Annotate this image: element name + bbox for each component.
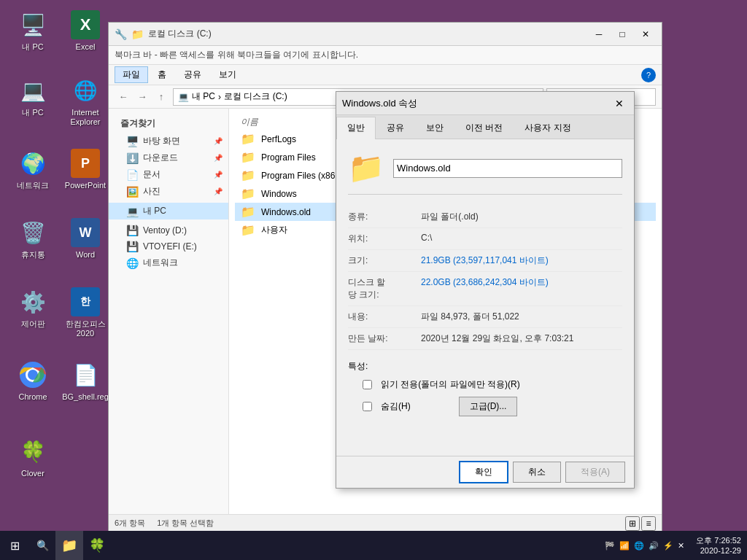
desktop-icon-pc[interactable]: 🖥️ 내 PC <box>7 7 58 55</box>
tab-home[interactable]: 홈 <box>150 66 174 83</box>
size-label: 크기: <box>348 254 421 267</box>
sidebar-item-desktop[interactable]: 🖥️ 바탕 화면 📌 <box>109 133 228 149</box>
tray-bluetooth-icon: 📶 <box>619 541 630 551</box>
desktop-icon-ie[interactable]: 🌐 Internet Explorer <box>60 73 111 130</box>
dialog-titlebar: Windows.old 속성 ✕ <box>336 92 634 115</box>
ventoy-icon: 💾 <box>126 225 139 236</box>
tab-previous-versions[interactable]: 이전 버전 <box>454 117 514 139</box>
readonly-label[interactable]: 읽기 전용(폴더의 파일에만 적용)(R) <box>381 378 520 391</box>
network-sidebar-label: 네트워크 <box>143 257 178 269</box>
taskbar-search-button[interactable]: 🔍 <box>29 531 55 560</box>
hidden-checkbox[interactable] <box>363 402 372 411</box>
tab-general[interactable]: 일반 <box>336 117 376 139</box>
tab-sharing[interactable]: 공유 <box>376 117 415 139</box>
minimize-button[interactable]: ─ <box>589 24 609 44</box>
sidebar-item-vtoyefi[interactable]: 💾 VTOYEFI (E:) <box>109 238 228 254</box>
bgshell-icon: 📄 <box>71 360 100 389</box>
maximize-button[interactable]: □ <box>612 24 632 44</box>
hidden-label[interactable]: 숨김(H) <box>381 400 411 413</box>
documents-label: 문서 <box>143 168 160 181</box>
sidebar-item-downloads[interactable]: ⬇️ 다운로드 📌 <box>109 149 228 166</box>
dialog-title: Windows.old 속성 <box>342 97 611 110</box>
tab-share[interactable]: 공유 <box>176 66 209 83</box>
documents-icon: 📄 <box>126 169 139 181</box>
favorites-header[interactable]: 즐겨찾기 <box>109 114 228 133</box>
ribbon-tabs: 파일 홈 공유 보기 ? <box>109 65 662 85</box>
bookmark-bar: 북마크 바 - 빠른 액세스를 위해 북마크들을 여기에 표시합니다. <box>109 46 662 65</box>
controlpanel-label: 제어판 <box>21 319 45 329</box>
prop-attributes: 특성: 읽기 전용(폴더의 파일에만 적용)(R) 숨김(H) 고급(D)... <box>348 357 622 419</box>
selected-count: 1개 항목 선택함 <box>157 518 214 529</box>
list-view-button[interactable]: ≡ <box>641 516 656 531</box>
taskbar-fileexplorer-button[interactable]: 📁 <box>55 531 83 560</box>
tab-view[interactable]: 보기 <box>211 66 244 83</box>
window-controls: ─ □ ✕ <box>589 24 656 44</box>
tab-security[interactable]: 보안 <box>415 117 454 139</box>
vtoyefi-label: VTOYEFI (E:) <box>143 241 197 252</box>
desktop-icon-chrome[interactable]: Chrome <box>7 357 58 405</box>
properties-table: 종류: 파일 폴더(.old) 위치: C:\ 크기: 21.9GB (23,5… <box>348 206 622 350</box>
folder-icon-windows: 📁 <box>241 187 255 201</box>
grid-view-button[interactable]: ⊞ <box>625 516 640 531</box>
ppt-icon: P <box>71 149 100 178</box>
created-label: 만든 날짜: <box>348 332 421 345</box>
sidebar-item-network[interactable]: 🌐 네트워크 <box>109 254 228 271</box>
date-display: 2020-12-29 <box>696 545 741 556</box>
desktop-sidebar-label: 바탕 화면 <box>143 135 180 147</box>
sidebar-item-documents[interactable]: 📄 문서 📌 <box>109 166 228 183</box>
desktop-icon-ppt[interactable]: P PowerPoint <box>60 146 111 193</box>
sidebar-item-ventoy[interactable]: 💾 Ventoy (D:) <box>109 222 228 238</box>
desktop-icon-mypc[interactable]: 💻 내 PC <box>7 73 58 120</box>
desktop-icon-clover[interactable]: 🍀 Clover <box>7 434 58 481</box>
desktop-icon-excel[interactable]: X Excel <box>60 7 111 55</box>
desktop-icon-network[interactable]: 🌍 네트워크 <box>7 146 58 193</box>
downloads-icon: ⬇️ <box>126 152 139 164</box>
desktop-icon-hancom[interactable]: 한 한컴오피스2020 <box>60 284 111 341</box>
file-name-users: 사용자 <box>261 224 287 236</box>
sidebar-item-pictures[interactable]: 🖼️ 사진 📌 <box>109 183 228 200</box>
dialog-footer: 확인 취소 적용(A) <box>336 456 634 488</box>
tray-x-icon: ✕ <box>678 541 684 551</box>
desktop-icon-word[interactable]: W Word <box>60 215 111 262</box>
help-button[interactable]: ? <box>641 68 656 82</box>
status-bar: 6개 항목 1개 항목 선택함 ⊞ ≡ <box>109 514 662 532</box>
readonly-checkbox[interactable] <box>363 380 372 389</box>
network-icon: 🌍 <box>18 149 47 178</box>
desktop-icon-controlpanel[interactable]: ⚙️ 제어판 <box>7 284 58 332</box>
forward-button[interactable]: → <box>133 88 151 106</box>
dialog-close-button[interactable]: ✕ <box>611 95 628 112</box>
explorer-titlebar: 🔧 📁 로컬 디스크 (C:) ─ □ ✕ <box>109 23 662 46</box>
back-button[interactable]: ← <box>115 88 132 106</box>
sidebar-item-mypc[interactable]: 💻 내 PC <box>109 203 228 219</box>
ventoy-label: Ventoy (D:) <box>143 225 187 236</box>
start-button[interactable]: ⊞ <box>0 531 29 560</box>
nav-buttons: ← → ↑ <box>115 88 170 106</box>
folder-icon-users: 📁 <box>241 223 255 237</box>
close-button[interactable]: ✕ <box>635 24 656 44</box>
apply-button[interactable]: 적용(A) <box>565 462 625 483</box>
ok-button[interactable]: 확인 <box>459 461 508 483</box>
up-button[interactable]: ↑ <box>152 88 170 106</box>
cancel-button[interactable]: 취소 <box>513 462 561 483</box>
folder-name-input[interactable] <box>393 159 622 178</box>
hancom-label: 한컴오피스2020 <box>66 319 106 338</box>
advanced-button[interactable]: 고급(D)... <box>459 397 518 416</box>
contents-value: 파일 84,973, 폴더 51,022 <box>421 311 622 323</box>
folder-icon-perflogs: 📁 <box>241 132 255 146</box>
folder-icon-windowsold: 📁 <box>241 205 255 219</box>
desktop-icon-trash[interactable]: 🗑️ 휴지통 <box>7 215 58 262</box>
desktop-sidebar-icon: 🖥️ <box>126 136 139 147</box>
favorites-section: 즐겨찾기 🖥️ 바탕 화면 📌 ⬇️ 다운로드 📌 📄 문서 📌 <box>109 114 228 200</box>
prop-row-type: 종류: 파일 폴더(.old) <box>348 206 622 228</box>
excel-icon: X <box>71 10 100 39</box>
tab-file[interactable]: 파일 <box>115 66 148 83</box>
tab-customize[interactable]: 사용자 지정 <box>514 117 581 139</box>
clover-label: Clover <box>21 469 44 478</box>
taskbar-tray: 🏁 📶 🌐 🔊 ⚡ ✕ <box>599 541 690 551</box>
taskbar-time[interactable]: 오후 7:26:52 2020-12-29 <box>690 535 747 556</box>
desktop-icon-bgshell[interactable]: 📄 BG_shell.reg <box>60 357 111 405</box>
prop-header: 📁 <box>348 151 622 195</box>
file-name-perflogs: PerfLogs <box>261 134 296 144</box>
network-label: 네트워크 <box>17 181 49 190</box>
taskbar-hancom-button[interactable]: 🍀 <box>83 531 111 560</box>
